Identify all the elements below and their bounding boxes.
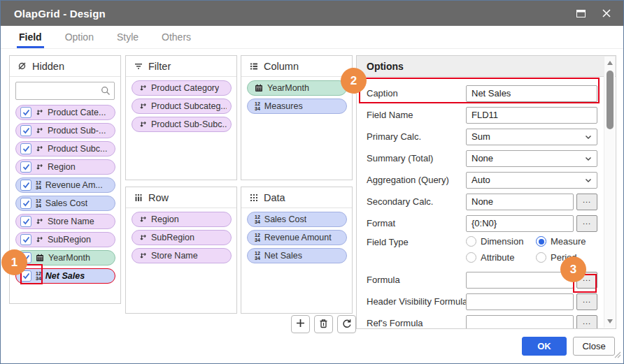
tab-option[interactable]: Option (63, 31, 96, 48)
dimension-arrows-icon (139, 252, 147, 260)
field-pill-store-name[interactable]: Store Name (132, 248, 232, 263)
scroll-down-icon[interactable] (607, 319, 613, 323)
option-row-field-name: Field Name (367, 104, 603, 126)
format-ellipsis-button[interactable]: ... (576, 215, 597, 232)
field-pill-product-subc[interactable]: Product Subc... (15, 141, 115, 156)
pill-label: Revenue Am... (45, 180, 103, 190)
field-pill-region[interactable]: Region (15, 159, 115, 175)
field-pill-product-category[interactable]: Product Category (132, 80, 232, 96)
header-visibility-formula-ellipsis-button[interactable]: ... (576, 293, 597, 310)
aggregation-query-select[interactable]: Auto (466, 172, 597, 189)
panel-title: Filter (148, 61, 171, 72)
field-pill-yearmonth[interactable]: YearMonth (247, 80, 347, 96)
scroll-up-icon[interactable] (607, 61, 613, 65)
field-pill-product-sub-subc[interactable]: Product Sub-Subc... (132, 117, 232, 132)
option-row-header-visibility-formula: Header Visibility Formula... (367, 291, 603, 312)
formula-ellipsis-button[interactable]: ... (576, 272, 597, 289)
pill-label: YearMonth (48, 253, 90, 263)
trash-icon (319, 319, 328, 330)
pill-label: Product Subc... (48, 144, 107, 154)
search-input[interactable] (15, 82, 115, 100)
tab-others[interactable]: Others (159, 31, 193, 48)
secondary-calc-ellipsis-button[interactable]: ... (576, 194, 597, 210)
field-pill-store-name[interactable]: Store Name (15, 214, 115, 229)
olapgrid-design-dialog: OlapGrid - Design Field Option Style Oth… (0, 0, 624, 364)
checkbox[interactable] (20, 143, 31, 154)
field-pill-region[interactable]: Region (132, 212, 232, 227)
add-field-button[interactable] (291, 315, 310, 333)
summary-total-select[interactable]: None (466, 150, 597, 167)
caption-input[interactable] (466, 85, 597, 102)
close-button[interactable]: Close (573, 337, 615, 356)
refs-formula-ellipsis-button[interactable]: ... (576, 315, 597, 329)
radio-measure[interactable]: Measure (536, 236, 597, 247)
maximize-icon[interactable] (576, 10, 586, 17)
radio-attribute[interactable]: Attribute (466, 252, 536, 263)
pill-label: YearMonth (267, 83, 309, 93)
pill-label: Product Cate... (48, 108, 106, 117)
field-pill-net-sales[interactable]: 1234Net Sales (15, 268, 115, 284)
field-pill-subregion[interactable]: SubRegion (15, 232, 115, 247)
radio-label: Dimension (481, 236, 523, 247)
dimension-arrows-icon (139, 234, 147, 242)
row-columns-icon (134, 194, 143, 202)
options-scrollbar[interactable] (604, 57, 615, 328)
format-input[interactable] (466, 215, 574, 232)
checkbox[interactable] (20, 161, 31, 173)
delete-field-button[interactable] (314, 315, 333, 333)
checkbox[interactable] (20, 125, 31, 136)
option-label-header-visibility-formula: Header Visibility Formula (367, 296, 466, 307)
field-pill-revenue-am[interactable]: 1234Revenue Am... (15, 177, 115, 193)
checkbox[interactable] (20, 216, 31, 227)
secondary-calc-input[interactable] (466, 194, 574, 210)
scrollbar-thumb[interactable] (607, 71, 614, 129)
tab-field[interactable]: Field (17, 31, 44, 48)
chevron-down-icon (585, 175, 592, 185)
measure-12-34-icon: 1234 (36, 198, 41, 208)
field-pill-measures[interactable]: 1234Measures (247, 99, 347, 114)
data-panel: Data 1234Sales Cost1234Revenue Amount123… (241, 187, 353, 314)
option-label-summary-total: Summary (Total) (367, 153, 466, 163)
field-pill-product-cate[interactable]: Product Cate... (15, 105, 115, 120)
field-pill-sales-cost[interactable]: 1234Sales Cost (15, 196, 115, 211)
measure-12-34-icon: 1234 (36, 271, 41, 281)
titlebar[interactable]: OlapGrid - Design (1, 1, 623, 26)
checkbox[interactable] (20, 234, 31, 245)
radio-period[interactable]: Period (536, 252, 597, 263)
field-pill-yearmonth[interactable]: YearMonth (15, 250, 115, 265)
formula-input[interactable] (466, 272, 574, 289)
field-name-input[interactable] (466, 107, 597, 124)
hidden-eye-icon (17, 61, 27, 71)
radio-circle-attribute (466, 252, 476, 263)
refresh-icon-button[interactable] (337, 315, 356, 333)
radio-dimension[interactable]: Dimension (466, 236, 536, 247)
field-pill-net-sales[interactable]: 1234Net Sales (247, 248, 347, 263)
close-icon[interactable] (602, 9, 611, 17)
checkbox[interactable] (20, 198, 31, 209)
primary-calc-select[interactable]: Sum (466, 129, 597, 145)
header-visibility-formula-input[interactable] (466, 293, 574, 310)
radio-circle-period (536, 252, 546, 263)
filter-field-list: Product CategoryProduct Subcateg...Produ… (126, 77, 236, 132)
checkbox[interactable] (20, 107, 31, 118)
field-pill-revenue-amount[interactable]: 1234Revenue Amount (247, 230, 347, 245)
field-list-actions (291, 315, 356, 333)
field-pill-product-subcateg[interactable]: Product Subcateg... (132, 99, 232, 114)
hidden-panel-header: Hidden (10, 56, 120, 77)
dimension-arrows-icon (36, 218, 43, 226)
filter-icon (134, 62, 143, 71)
search-box (15, 82, 115, 100)
pill-label: Product Sub-... (48, 126, 106, 136)
checkbox[interactable] (20, 252, 31, 263)
field-pill-product-sub[interactable]: Product Sub-... (15, 123, 115, 138)
field-pill-sales-cost[interactable]: 1234Sales Cost (247, 212, 347, 227)
checkbox[interactable] (20, 180, 31, 191)
checkbox[interactable] (20, 270, 31, 282)
tab-style[interactable]: Style (115, 31, 141, 48)
field-pill-subregion[interactable]: SubRegion (132, 230, 232, 245)
filter-panel: Filter Product CategoryProduct Subcateg.… (125, 55, 237, 180)
refs-formula-input[interactable] (466, 315, 574, 329)
ok-button[interactable]: OK (522, 337, 567, 356)
resize-grip[interactable] (613, 349, 621, 361)
plus-icon (296, 319, 305, 330)
